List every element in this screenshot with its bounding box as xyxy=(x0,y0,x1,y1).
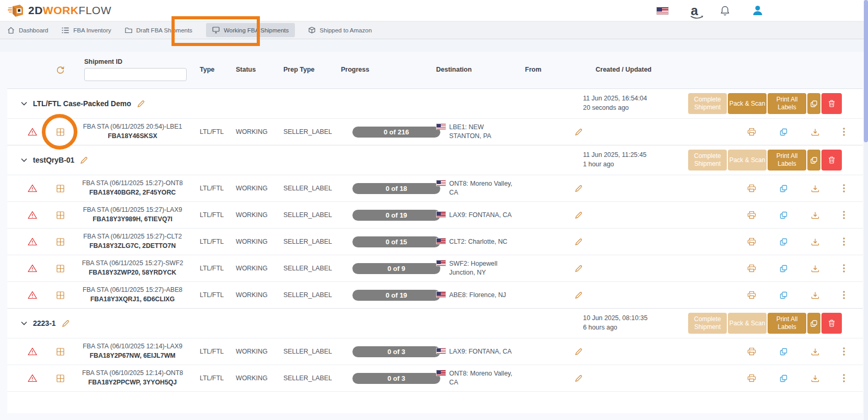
grid-contents-icon[interactable] xyxy=(56,238,64,246)
notification-bell-icon[interactable] xyxy=(720,5,730,16)
edit-pencil-icon[interactable] xyxy=(137,100,145,108)
delete-group-button[interactable] xyxy=(821,150,842,171)
edit-from-pencil-icon[interactable] xyxy=(575,238,583,246)
kebab-menu-icon[interactable] xyxy=(843,237,845,246)
download-icon[interactable] xyxy=(811,211,819,219)
delete-group-button[interactable] xyxy=(821,93,842,114)
pack-and-scan-button[interactable]: Pack & Scan xyxy=(728,313,767,334)
nav-item-draft-fba-shipments[interactable]: Draft FBA Shipments xyxy=(125,27,192,33)
column-header-created-updated: Created / Updated xyxy=(588,66,671,73)
scrollbar-thumb[interactable] xyxy=(864,0,868,142)
kebab-menu-icon[interactable] xyxy=(843,347,845,356)
nav-item-working-fba-shipments[interactable]: Working FBA Shipments xyxy=(206,23,295,37)
download-icon[interactable] xyxy=(811,185,819,192)
shipment-destination: ABE8: Florence, NJ xyxy=(449,291,506,300)
download-icon[interactable] xyxy=(811,348,819,356)
grid-contents-icon[interactable] xyxy=(56,211,64,219)
print-all-labels-button[interactable]: Print All Labels xyxy=(768,313,806,334)
shipment-prep-type: SELLER_LABEL xyxy=(283,185,337,192)
edit-from-pencil-icon[interactable] xyxy=(575,128,583,136)
shipment-type: LTL/FTL xyxy=(189,265,236,272)
progress-bar: 0 of 19 xyxy=(352,290,440,301)
copy-icon[interactable] xyxy=(780,291,787,299)
edit-from-pencil-icon[interactable] xyxy=(575,291,583,299)
edit-from-pencil-icon[interactable] xyxy=(575,211,583,219)
delete-group-button[interactable] xyxy=(821,313,842,334)
download-icon[interactable] xyxy=(811,128,819,136)
download-icon[interactable] xyxy=(811,291,819,299)
kebab-menu-icon[interactable] xyxy=(843,374,845,382)
nav-item-fba-inventory[interactable]: FBA Inventory xyxy=(62,27,111,33)
complete-shipment-button[interactable]: Complete Shipment xyxy=(688,150,727,171)
print-icon[interactable] xyxy=(747,347,756,356)
column-header-status: Status xyxy=(236,66,283,73)
print-icon[interactable] xyxy=(747,264,756,273)
print-icon[interactable] xyxy=(747,237,756,246)
us-flag-icon xyxy=(436,260,446,266)
language-flag-us-icon[interactable] xyxy=(656,7,669,15)
grid-contents-icon[interactable] xyxy=(56,348,64,356)
kebab-menu-icon[interactable] xyxy=(843,211,845,219)
shipment-row: FBA STA (06/11/2025 15:27)-ONT8 FBA18Y40… xyxy=(7,175,863,201)
chevron-down-icon[interactable] xyxy=(21,101,27,106)
kebab-menu-icon[interactable] xyxy=(843,291,845,299)
nav-item-dashboard[interactable]: Dashboard xyxy=(7,27,48,34)
grid-contents-icon[interactable] xyxy=(56,128,64,136)
group-name: 2223-1 xyxy=(33,319,56,327)
download-icon[interactable] xyxy=(811,374,819,382)
shipment-id: FBA18Y3ZLG7C, 2DETTO7N xyxy=(76,242,189,251)
shipment-status: WORKING xyxy=(236,265,283,272)
download-icon[interactable] xyxy=(811,265,819,273)
print-icon[interactable] xyxy=(747,374,756,382)
copy-icon[interactable] xyxy=(780,348,787,356)
edit-pencil-icon[interactable] xyxy=(80,156,88,164)
app-logo[interactable]: 2DWORKFLOW xyxy=(7,3,111,18)
shipment-id-search-input[interactable] xyxy=(84,68,187,81)
edit-pencil-icon[interactable] xyxy=(62,320,70,327)
refresh-icon[interactable] xyxy=(56,65,65,74)
pack-and-scan-button[interactable]: Pack & Scan xyxy=(728,93,767,114)
copy-icon[interactable] xyxy=(780,374,787,382)
print-icon[interactable] xyxy=(747,128,756,136)
edit-from-pencil-icon[interactable] xyxy=(575,348,583,356)
duplicate-group-button[interactable] xyxy=(807,313,820,334)
duplicate-group-button[interactable] xyxy=(807,93,820,114)
warning-triangle-icon xyxy=(28,184,37,192)
shipment-row: FBA STA (06/11/2025 20:54)-LBE1 FBA18Y46… xyxy=(7,118,863,145)
shipment-row: FBA STA (06/11/2025 15:27)-ABE8 FBA18Y3X… xyxy=(7,281,863,308)
pack-and-scan-button[interactable]: Pack & Scan xyxy=(728,150,767,171)
copy-icon[interactable] xyxy=(780,185,787,192)
print-icon[interactable] xyxy=(747,184,756,192)
amazon-logo-icon[interactable]: a xyxy=(691,4,698,17)
copy-icon[interactable] xyxy=(780,238,787,246)
grid-contents-icon[interactable] xyxy=(56,291,64,299)
chevron-down-icon[interactable] xyxy=(21,158,27,162)
print-all-labels-button[interactable]: Print All Labels xyxy=(768,93,806,114)
kebab-menu-icon[interactable] xyxy=(843,264,845,273)
complete-shipment-button[interactable]: Complete Shipment xyxy=(688,93,727,114)
main-nav: Dashboard FBA Inventory Draft FBA Shipme… xyxy=(0,21,868,39)
complete-shipment-button[interactable]: Complete Shipment xyxy=(688,313,727,334)
edit-from-pencil-icon[interactable] xyxy=(575,374,583,382)
download-icon[interactable] xyxy=(811,238,819,246)
chevron-down-icon[interactable] xyxy=(21,321,27,325)
nav-item-shipped-to-amazon[interactable]: Shipped to Amazon xyxy=(309,27,372,33)
copy-icon[interactable] xyxy=(780,265,787,273)
user-avatar-icon[interactable] xyxy=(752,5,763,16)
kebab-menu-icon[interactable] xyxy=(843,128,845,136)
print-all-labels-button[interactable]: Print All Labels xyxy=(768,150,806,171)
grid-contents-icon[interactable] xyxy=(56,265,64,273)
print-icon[interactable] xyxy=(747,211,756,219)
us-flag-icon xyxy=(436,211,446,218)
copy-icon[interactable] xyxy=(780,128,787,136)
grid-contents-icon[interactable] xyxy=(56,185,64,192)
shipment-id: FBA18Y40BGR2, 2F45YORC xyxy=(76,188,189,198)
kebab-menu-icon[interactable] xyxy=(843,184,845,192)
edit-from-pencil-icon[interactable] xyxy=(575,265,583,273)
duplicate-group-button[interactable] xyxy=(807,150,820,171)
page-content: Shipment ID Type Status Prep Type Progre… xyxy=(0,52,868,420)
print-icon[interactable] xyxy=(747,291,756,299)
grid-contents-icon[interactable] xyxy=(56,374,64,382)
edit-from-pencil-icon[interactable] xyxy=(575,185,583,192)
copy-icon[interactable] xyxy=(780,211,787,219)
